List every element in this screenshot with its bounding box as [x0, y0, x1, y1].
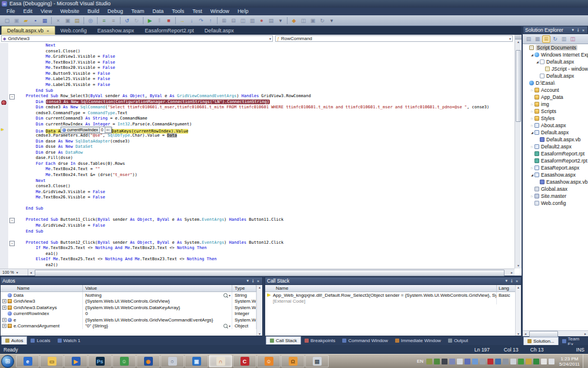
- code-line[interactable]: Me.TextBox24.Text = "": [0, 167, 514, 173]
- code-line[interactable]: − Protected Sub Button11_Click(ByVal sen…: [0, 217, 514, 223]
- collapsed-arrow-icon[interactable]: ▷: [530, 102, 534, 106]
- tray-flag-icon[interactable]: [541, 359, 547, 364]
- autos-row-e-commandargument[interactable]: +e.CommandArgument"0" {String}▾Object: [1, 323, 262, 330]
- toolbar-undo-button[interactable]: ↺: [122, 16, 132, 25]
- types-dropdown[interactable]: ◆ GridView3 ▾: [1, 35, 273, 42]
- call-stack-frame[interactable]: ▶App_Web_kngqxjne.dll!_Default.Row_Selec…: [265, 292, 521, 299]
- toolbar-extension-2-button[interactable]: ◫: [299, 16, 308, 25]
- tab-default-aspx[interactable]: Default.aspx: [199, 26, 239, 35]
- code-editor[interactable]: ◆ GridView3 ▾ ƒ RowCommand ▾ Next conse1…: [0, 35, 522, 276]
- code-line[interactable]: Me.TextBox17.Visible = False: [0, 60, 514, 66]
- menu-view[interactable]: View: [36, 8, 56, 15]
- collapsed-arrow-icon[interactable]: ▷: [530, 194, 534, 198]
- toolbar-extension-3-button[interactable]: ▣: [308, 16, 318, 25]
- view-code-button[interactable]: ▥: [560, 35, 568, 43]
- scroll-left-icon[interactable]: ◄: [28, 271, 34, 274]
- expand-icon[interactable]: +: [2, 324, 6, 328]
- tab-solution[interactable]: Solution...: [523, 337, 559, 345]
- solution-explorer-hscrollbar[interactable]: ◄ ►: [523, 330, 588, 336]
- tree-item-account[interactable]: ▷Account: [523, 87, 588, 94]
- code-line[interactable]: [0, 201, 514, 207]
- taskbar-internet-explorer-button[interactable]: e: [16, 355, 39, 367]
- code-line[interactable]: Me.Label25.Visible = False: [0, 77, 514, 82]
- tray-display-icon[interactable]: [442, 359, 447, 364]
- toolbar-save-all-button[interactable]: ▦: [40, 16, 49, 25]
- view-designer-button[interactable]: ◫: [569, 35, 577, 43]
- call-stack-title-bar[interactable]: Call Stack ▾ ⊸ ×: [265, 277, 522, 285]
- collapsed-arrow-icon[interactable]: ▷: [530, 117, 534, 120]
- tree-item-easaformreport2-rpt[interactable]: EasaformReport2.rpt: [523, 157, 588, 164]
- start-button[interactable]: ⊞: [1, 355, 14, 368]
- magnifier-icon[interactable]: [223, 293, 228, 297]
- code-line[interactable]: End Sub: [0, 206, 514, 212]
- tab-watch-1[interactable]: Watch 1: [54, 337, 84, 344]
- code-line[interactable]: Me.Label26.Visible = False: [0, 82, 514, 88]
- taskbar-search-tool-button[interactable]: ○: [161, 355, 184, 367]
- magnifier-dropdown-icon[interactable]: ▾: [229, 324, 230, 328]
- magnifier-icon[interactable]: [223, 324, 228, 328]
- tray-u-red-icon[interactable]: [487, 359, 493, 364]
- scroll-right-icon[interactable]: ►: [509, 271, 514, 274]
- code-line[interactable]: Dim currentCommand3 As String = e.Comman…: [0, 116, 514, 122]
- toolbar-uncomment-lines-button[interactable]: ≡: [109, 16, 118, 25]
- taskbar-photoshop-button[interactable]: Ps: [88, 355, 112, 367]
- toolbar-comment-lines-button[interactable]: ≡: [99, 16, 109, 25]
- code-line[interactable]: − Protected Sub Button12_Click(ByVal sen…: [0, 240, 514, 246]
- tree-item-easareport-aspx[interactable]: ▷EasaReport.aspx: [523, 164, 588, 171]
- menu-build[interactable]: Build: [83, 8, 103, 15]
- toolbar-immediate-window-button[interactable]: ▤: [266, 16, 276, 25]
- vertical-scroll-thumb[interactable]: [516, 50, 521, 122]
- toolbar-copy-button[interactable]: ▣: [63, 16, 72, 25]
- language-indicator[interactable]: EN: [417, 359, 423, 364]
- tree-item-default-aspx[interactable]: Default.aspx: [523, 72, 588, 79]
- close-icon[interactable]: ×: [514, 279, 519, 283]
- current-statement-indicator[interactable]: ▶: [0, 127, 8, 133]
- tree-item-default-aspx[interactable]: ◢Default.aspx: [523, 129, 588, 136]
- tab-output[interactable]: Output: [445, 337, 472, 344]
- autos-vertical-scrollbar[interactable]: ▲ ▼: [256, 286, 262, 336]
- call-stack-frame[interactable]: [External Code]: [265, 299, 521, 305]
- properties-button[interactable]: ▤: [524, 35, 533, 43]
- code-line[interactable]: Me.GridView3.Visible = False: [0, 190, 514, 195]
- window-position-icon[interactable]: ▾: [505, 279, 509, 283]
- column-header-value[interactable]: Value: [83, 285, 232, 291]
- toolbar-cut-button[interactable]: ×: [54, 16, 63, 25]
- expand-icon[interactable]: +: [2, 306, 6, 310]
- scroll-down-icon[interactable]: ▼: [517, 332, 520, 336]
- splitter-handle[interactable]: [515, 35, 522, 39]
- taskbar-app-person-orange-button[interactable]: ☺: [257, 355, 280, 367]
- collapsed-arrow-icon[interactable]: ▷: [530, 124, 534, 127]
- tree-item-default-aspx[interactable]: ◢Default.aspx: [523, 58, 588, 65]
- auto-hide-pin-icon[interactable]: ⊸: [250, 278, 255, 284]
- toolbar-step-out-button[interactable]: ↑: [206, 16, 215, 25]
- taskbar-clock[interactable]: 1:23 PM 5/24/2011: [559, 356, 580, 367]
- tray-vs-icon[interactable]: [465, 359, 470, 364]
- scroll-down-icon[interactable]: ▼: [515, 263, 522, 268]
- tray-update-icon[interactable]: [472, 359, 478, 364]
- menu-team[interactable]: Team: [127, 8, 148, 15]
- tray-nvidia-icon[interactable]: [533, 359, 539, 364]
- chevron-down-icon[interactable]: ▾: [16, 270, 19, 274]
- menu-test[interactable]: Test: [188, 8, 206, 15]
- show-all-files-button[interactable]: ⊞: [542, 35, 550, 43]
- nest-related-files-button[interactable]: ▦: [533, 35, 542, 43]
- code-line[interactable]: Me.TextBox20.Visible = False: [0, 65, 514, 71]
- code-line[interactable]: End Sub: [0, 88, 514, 94]
- column-header-lang[interactable]: Lang: [497, 285, 516, 291]
- code-line[interactable]: Me.TextBox24.Text &= (drse("t_mser")): [0, 173, 514, 178]
- toolbar-stop-debugging-button[interactable]: ■: [164, 16, 173, 25]
- code-line[interactable]: Next: [0, 178, 514, 184]
- code-line[interactable]: Dim conse3 As New SqlConnection(Configur…: [0, 100, 514, 105]
- tab-easashow-aspx[interactable]: Easashow.aspx: [92, 26, 140, 35]
- tab-call-stack[interactable]: Call Stack: [266, 336, 301, 344]
- menu-file[interactable]: File: [2, 8, 19, 15]
- autos-row-data[interactable]: DataNothing▾String: [1, 292, 262, 299]
- tree-item-app-data[interactable]: App_Data: [523, 94, 588, 101]
- code-line[interactable]: Dim drse As DataRow: [0, 150, 514, 156]
- horizontal-scroll-track[interactable]: [34, 270, 508, 275]
- toolbar-properties-window-button[interactable]: ⊟: [229, 16, 238, 25]
- code-line[interactable]: Dim dsse As New DataSet: [0, 144, 514, 150]
- autos-title-bar[interactable]: Autos ▾ ⊸ ×: [0, 277, 263, 285]
- autos-row-e[interactable]: +e{System.Web.UI.WebControls.GridViewCom…: [1, 317, 262, 323]
- tree-item-windows-internet-explo[interactable]: ◢Windows Internet Explo: [523, 51, 588, 58]
